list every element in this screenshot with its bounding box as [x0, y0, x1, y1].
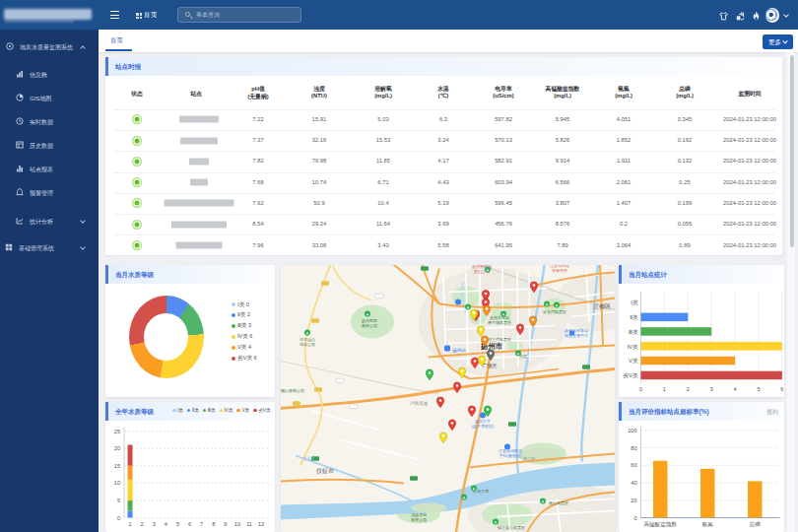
svg-text:25: 25 [114, 429, 120, 434]
svg-text:唐子城风景区: 唐子城风景区 [488, 319, 511, 324]
svg-text:0: 0 [639, 385, 642, 391]
svg-text:3: 3 [153, 521, 156, 527]
svg-text:Ⅲ类: Ⅲ类 [629, 328, 638, 334]
svg-text:60: 60 [631, 462, 636, 468]
svg-text:地质公园: 地质公园 [299, 341, 315, 346]
svg-text:铜山森林公园: 铜山森林公园 [281, 387, 304, 392]
svg-text:0: 0 [117, 515, 120, 521]
svg-text:沪陕高速: 沪陕高速 [410, 399, 429, 405]
svg-text:4: 4 [734, 385, 737, 391]
svg-text:4: 4 [165, 521, 167, 527]
svg-text:枢纽交通中心: 枢纽交通中心 [564, 332, 588, 337]
svg-text:氨氮: 氨氮 [702, 521, 714, 527]
svg-text:8: 8 [212, 521, 215, 527]
svg-text:江都区: 江都区 [593, 301, 611, 309]
svg-text:总磷: 总磷 [749, 521, 762, 527]
svg-text:6: 6 [780, 385, 783, 391]
svg-text:劣Ⅴ类: 劣Ⅴ类 [623, 372, 637, 379]
svg-text:Ⅴ类: Ⅴ类 [629, 358, 638, 364]
svg-text:高锰酸盐指数: 高锰酸盐指数 [643, 521, 677, 528]
svg-text:3: 3 [710, 385, 713, 391]
svg-text:5: 5 [176, 521, 179, 527]
svg-text:Ⅰ类: Ⅰ类 [631, 299, 638, 304]
svg-text:Ⅳ类: Ⅳ类 [628, 343, 638, 349]
svg-text:9: 9 [224, 521, 227, 527]
svg-text:80: 80 [631, 445, 636, 451]
svg-text:5: 5 [117, 498, 120, 503]
svg-text:15: 15 [114, 463, 120, 469]
svg-text:10: 10 [114, 480, 120, 486]
svg-text:40: 40 [631, 480, 636, 486]
svg-text:12: 12 [258, 521, 264, 527]
svg-text:森林公园: 森林公园 [362, 322, 377, 327]
svg-text:6: 6 [188, 521, 191, 527]
svg-text:森林公园: 森林公园 [411, 516, 427, 521]
svg-text:1: 1 [663, 385, 666, 391]
svg-text:学院(新校区): 学院(新校区) [499, 452, 522, 457]
svg-text:洲管理所: 洲管理所 [552, 267, 567, 272]
svg-text:0: 0 [633, 515, 636, 521]
svg-text:5: 5 [757, 385, 760, 391]
svg-text:20: 20 [114, 445, 120, 451]
svg-text:焦山风景区: 焦山风景区 [548, 499, 568, 504]
svg-text:2: 2 [141, 521, 144, 527]
svg-text:11: 11 [246, 521, 252, 527]
svg-text:7: 7 [200, 521, 203, 527]
svg-text:100: 100 [628, 428, 636, 433]
svg-text:广陵区: 广陵区 [483, 362, 498, 367]
svg-text:10: 10 [234, 521, 240, 527]
svg-text:仪征市: 仪征市 [316, 466, 334, 473]
svg-text:春江路: 春江路 [523, 455, 535, 460]
svg-text:古运河: 古运河 [301, 455, 315, 460]
svg-text:Ⅱ类: Ⅱ类 [630, 314, 638, 320]
svg-text:2: 2 [687, 385, 690, 391]
svg-text:20: 20 [631, 498, 636, 503]
svg-text:1: 1 [128, 521, 131, 527]
svg-text:镇江金山风景区: 镇江金山风景区 [497, 524, 525, 529]
